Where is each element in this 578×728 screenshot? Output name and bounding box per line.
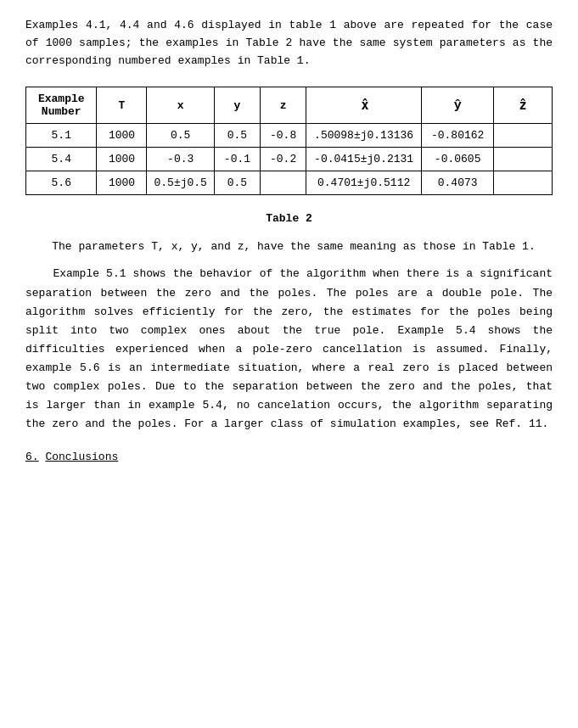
section-6-number: 6. bbox=[25, 451, 39, 463]
col-header-example: ExampleNumber bbox=[26, 87, 97, 124]
cell-example-3: 5.6 bbox=[26, 171, 97, 195]
section-6-title: Conclusions bbox=[45, 451, 118, 463]
col-header-T: T bbox=[97, 87, 147, 124]
table-row: 5.1 1000 0.5 0.5 -0.8 .50098±j0.13136 -0… bbox=[26, 124, 553, 148]
cell-z-3 bbox=[261, 171, 306, 195]
cell-T-2: 1000 bbox=[97, 148, 147, 171]
cell-z-2: -0.2 bbox=[261, 148, 306, 171]
cell-y-2: -0.1 bbox=[214, 148, 260, 171]
col-header-x: x bbox=[147, 87, 214, 124]
cell-xhat-1: .50098±j0.13136 bbox=[306, 124, 422, 148]
cell-yhat-3: 0.4073 bbox=[422, 171, 494, 195]
body-paragraph-2: Example 5.1 shows the behavior of the al… bbox=[25, 265, 553, 434]
cell-y-1: 0.5 bbox=[214, 124, 260, 148]
cell-x-1: 0.5 bbox=[147, 124, 214, 148]
col-header-z: z bbox=[261, 87, 306, 124]
col-header-yhat: ŷ bbox=[422, 87, 494, 124]
cell-example-1: 5.1 bbox=[26, 124, 97, 148]
cell-zhat-3 bbox=[494, 171, 553, 195]
col-header-xhat: x̂ bbox=[306, 87, 422, 124]
cell-T-3: 1000 bbox=[97, 171, 147, 195]
cell-xhat-3: 0.4701±j0.5112 bbox=[306, 171, 422, 195]
cell-yhat-1: -0.80162 bbox=[422, 124, 494, 148]
cell-x-3: 0.5±j0.5 bbox=[147, 171, 214, 195]
table-row: 5.6 1000 0.5±j0.5 0.5 0.4701±j0.5112 0.4… bbox=[26, 171, 553, 195]
table-row: 5.4 1000 -0.3 -0.1 -0.2 -0.0415±j0.2131 … bbox=[26, 148, 553, 171]
table-header-row: ExampleNumber T x y z x̂ ŷ ẑ bbox=[26, 87, 553, 124]
cell-x-2: -0.3 bbox=[147, 148, 214, 171]
section-6-heading: 6. Conclusions bbox=[25, 451, 553, 463]
data-table: ExampleNumber T x y z x̂ ŷ ẑ 5.1 1000 0.… bbox=[25, 87, 553, 195]
col-header-zhat: ẑ bbox=[494, 87, 553, 124]
cell-yhat-2: -0.0605 bbox=[422, 148, 494, 171]
col-header-y: y bbox=[214, 87, 260, 124]
cell-xhat-2: -0.0415±j0.2131 bbox=[306, 148, 422, 171]
cell-zhat-1 bbox=[494, 124, 553, 148]
cell-T-1: 1000 bbox=[97, 124, 147, 148]
table-2-container: ExampleNumber T x y z x̂ ŷ ẑ 5.1 1000 0.… bbox=[25, 87, 553, 195]
body-paragraph-1: The parameters T, x, y, and z, have the … bbox=[25, 238, 553, 256]
intro-paragraph: Examples 4.1, 4.4 and 4.6 displayed in t… bbox=[25, 17, 553, 70]
cell-zhat-2 bbox=[494, 148, 553, 171]
cell-z-1: -0.8 bbox=[261, 124, 306, 148]
cell-y-3: 0.5 bbox=[214, 171, 260, 195]
table-caption: Table 2 bbox=[25, 212, 553, 225]
cell-example-2: 5.4 bbox=[26, 148, 97, 171]
